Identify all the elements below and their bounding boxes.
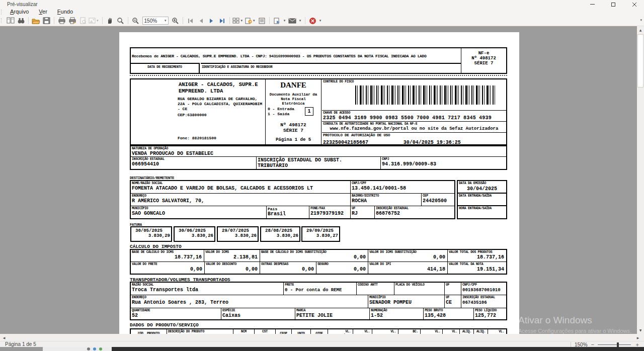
zoom-slider-thumb[interactable] [617, 342, 619, 347]
zoom-in-icon [172, 17, 179, 24]
zoom-out-button[interactable] [130, 16, 141, 26]
save-report-dropdown[interactable]: ▾ [282, 16, 287, 26]
document-view-button[interactable] [257, 16, 267, 26]
receipt-nfe-cell: NF-e Nº 498172 SÉRIE 7 [461, 48, 506, 73]
toolbar-separator [229, 17, 230, 24]
taskbar-app-icon[interactable] [93, 347, 96, 350]
zoom-slider[interactable] [598, 344, 631, 345]
tax-cell: SEGURO0,00 [316, 262, 368, 274]
next-page-button[interactable] [206, 16, 217, 26]
dest-section-title: DESTINATÁRIO/REMETENTE [130, 176, 174, 180]
toolbar-separator [269, 17, 270, 24]
open-folder-icon [32, 18, 40, 24]
fisco-key-row: CHAVE DE ACESSO 2325 0494 3169 9900 0983… [322, 111, 506, 122]
close-preview-dropdown[interactable]: ▾ [318, 16, 323, 26]
maximize-button[interactable] [608, 1, 619, 8]
cnpj-cell: CNPJ 94.316.999/0009-83 [381, 157, 506, 169]
horizontal-scrollbar[interactable]: ◀ ▶ [0, 334, 644, 341]
tax-cell: VALOR DO ICMS2.138,81 [204, 250, 260, 262]
print-direct-button[interactable] [67, 16, 77, 26]
danfe-cell: DANFE Documento Auxiliar da Nota Fiscal … [265, 79, 321, 144]
toolbar-overflow-button[interactable]: ▾ [640, 18, 642, 22]
taskbar-app-icon[interactable] [99, 347, 102, 350]
multiple-pages-button[interactable]: ▾ [232, 16, 245, 26]
zoom-combobox[interactable]: 150% ▾ [142, 17, 169, 25]
menu-fundo[interactable]: Fundo [52, 8, 78, 16]
scroll-up-button[interactable]: ▲ [637, 27, 643, 33]
tax-box: BASE DE CÁLCULO DO ICMS18.737,16 VALOR D… [130, 249, 507, 275]
first-page-button[interactable] [185, 16, 196, 26]
export-icon [245, 18, 252, 24]
invoice-page: Recebemos de ANIGER - CALCADOS, SUPR.E E… [119, 32, 519, 334]
tax-cell: VALOR DO FRETE0,00 [131, 262, 205, 274]
minimize-button[interactable] [587, 1, 598, 8]
previous-page-button[interactable] [196, 16, 206, 26]
fisco-control-row: CONTROLE DO FISCO [322, 79, 506, 111]
statusbar-zoom-value[interactable]: 150% [575, 342, 588, 347]
toolbar-separator [54, 17, 54, 24]
print-button[interactable] [56, 16, 67, 26]
carrier-cell: UFCE [445, 295, 461, 308]
dest-address-cell: ENDEREÇO R AMERICO SALVATORI, 70, [131, 194, 351, 206]
entry-time-box: HORA ENTRADA/SAÍDA [457, 205, 507, 219]
save-report-button[interactable] [272, 16, 282, 26]
dest-cep-cell: CEP 24420500 [422, 194, 454, 206]
menu-arquivo[interactable]: Arquivo [5, 8, 34, 16]
save-button[interactable] [41, 16, 52, 26]
pan-button[interactable] [105, 16, 115, 26]
taskbar[interactable] [0, 347, 644, 351]
document-icon [259, 18, 265, 24]
close-button[interactable] [629, 1, 640, 8]
vertical-scroll-thumb[interactable] [637, 34, 643, 87]
carrier-cell: QUANTIDADE52 [131, 308, 221, 319]
send-mail-dropdown[interactable]: ▾ [298, 16, 303, 26]
chevron-down-icon: ▾ [298, 19, 302, 23]
product-col-header: ALIQ.IPI [474, 329, 488, 334]
zoom-button[interactable] [115, 16, 126, 26]
preview-window: Pré-visualizar Arquivo Ver Fundo [0, 0, 644, 351]
tax-cell: VALOR DO IPI414,18 [368, 262, 448, 274]
dest-name-cell: NOME/RAZÃO SOCIAL FOMENTA ATACADO E VARE… [131, 181, 351, 194]
taskbar-app-icon[interactable] [87, 347, 90, 350]
product-col-header: CÓD. PRODUTO [131, 329, 167, 334]
last-page-button[interactable] [217, 16, 227, 26]
send-mail-button[interactable] [287, 16, 298, 26]
ident-box: ANIGER - CALCADOS, SUPR.E EMPREEND. LTDA… [130, 78, 507, 145]
zoom-out-icon [132, 17, 139, 24]
scroll-left-button[interactable]: ◀ [1, 334, 7, 340]
dest-cnpj-cell: CNPJ/CPF 13.450.141/0001-58 [351, 181, 454, 194]
window-title: Pré-visualizar [7, 2, 38, 7]
taskbar-apps-segment [43, 347, 112, 351]
subst-reg-cell: INSCRIÇÃO ESTADUAL DO SUBST. TRIBUTÁRIO [257, 157, 381, 169]
scale-image-icon [89, 18, 96, 24]
installment-box: 28/08/2025 3.830,26 [260, 226, 300, 242]
nature-cell: NATUREZA DE OPERAÇÃO VENDA PRODUCAO DO E… [131, 146, 506, 157]
installment-box: 30/05/2025 3.830,29 [130, 226, 172, 242]
toolbar: ▾ 150% ▾ [0, 16, 644, 26]
carrier-cell: MUNICÍPIOSENADOR POMPEU [368, 295, 445, 308]
close-icon [632, 2, 637, 7]
entry-date-box: DATA ENTRADA/SAÍDA [457, 193, 507, 206]
scroll-down-button[interactable]: ▼ [637, 327, 643, 333]
menu-bar: Arquivo Ver Fundo [0, 8, 644, 16]
close-preview-button[interactable] [307, 16, 318, 26]
carrier-cell: MARCAPETITE JOLIE [295, 308, 370, 319]
page-preview-button[interactable] [77, 16, 88, 26]
scroll-right-button[interactable]: ▶ [635, 334, 641, 340]
first-page-icon [187, 18, 194, 24]
product-col-header: VL.ICMS [421, 329, 443, 334]
menu-ver[interactable]: Ver [34, 8, 52, 16]
chevron-down-icon: ▾ [240, 19, 244, 23]
previous-page-icon [198, 18, 204, 24]
find-button[interactable] [16, 16, 26, 26]
page-format-button[interactable] [5, 16, 16, 26]
document-area: Recebemos de ANIGER - CALCADOS, SUPR.E E… [0, 26, 644, 334]
vertical-scrollbar[interactable]: ▲ ▼ [637, 26, 644, 334]
emission-date-box: DATA DA EMISSÃO 30/04/2025 [457, 180, 507, 194]
export-button[interactable]: ▾ [244, 16, 257, 26]
zoom-in-button[interactable] [170, 16, 181, 26]
open-button[interactable] [31, 16, 41, 26]
products-section-title: DADOS DO PRODUTO/SERVIÇO [130, 322, 199, 328]
scale-image-button[interactable]: ▾ [88, 16, 100, 26]
chevron-down-icon: ▾ [318, 19, 323, 23]
